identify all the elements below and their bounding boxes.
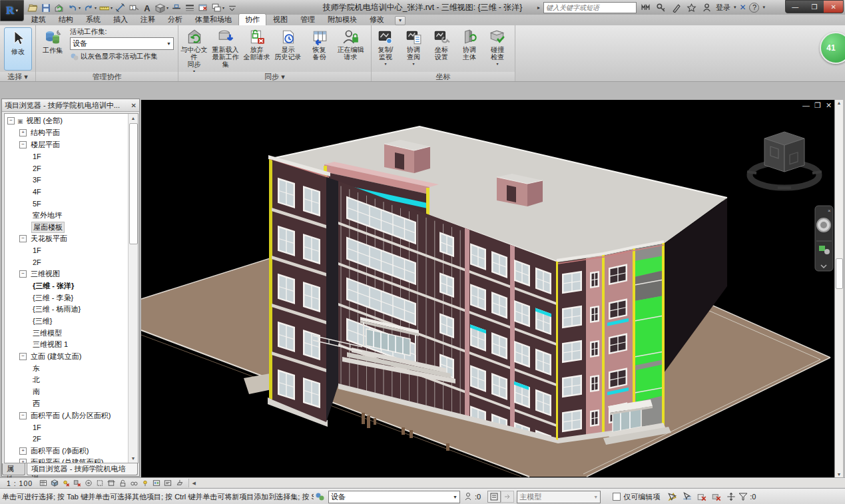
sync-button-1[interactable]: 重新载入最新工作集 (210, 27, 241, 75)
expand-icon[interactable]: + (19, 459, 27, 463)
coord-button-4[interactable]: 碰撞检查▾ (483, 27, 511, 68)
temporary-view-properties-icon[interactable] (162, 479, 173, 487)
sign-in-button[interactable]: 登录 (716, 3, 730, 13)
design-options-dialog-icon[interactable] (487, 491, 501, 503)
view-restore-icon[interactable]: ❐ (814, 101, 821, 110)
switch-windows-icon-caret[interactable]: ▾ (222, 5, 224, 10)
info-center[interactable]: ▸ 登录 ▾ ✕ ? ▾ (537, 1, 765, 13)
open-file-icon[interactable] (27, 2, 38, 13)
favorites-icon[interactable] (686, 2, 697, 13)
customize-qat-icon[interactable] (226, 2, 238, 13)
sun-path-off-icon[interactable] (61, 479, 71, 487)
visual-style-icon[interactable] (49, 479, 60, 487)
default-3d-view-icon-caret[interactable]: ▾ (166, 5, 168, 10)
redo-icon-caret[interactable]: ▾ (95, 5, 97, 10)
scroll-up-icon[interactable]: ▲ (129, 114, 138, 123)
displacement-icon[interactable] (174, 479, 184, 487)
sync-button-0[interactable]: 与中心文件同步▾ (178, 27, 210, 75)
measure-icon[interactable] (99, 2, 110, 13)
sync-button-5[interactable]: 正在编辑请求 (335, 27, 366, 75)
tree-item-21[interactable]: 东 (5, 362, 127, 374)
window-controls[interactable]: — ❐ ✕ (785, 0, 844, 13)
sync-central-icon[interactable] (53, 2, 65, 13)
view-window-controls[interactable]: — ❐ ✕ (802, 101, 832, 110)
view-close-icon[interactable]: ✕ (826, 101, 832, 110)
tab-0[interactable]: 建筑 (25, 14, 52, 25)
tab-2[interactable]: 系统 (80, 14, 107, 25)
tree-item-19[interactable]: 三维视图 1 (5, 339, 127, 351)
workset-status-combo[interactable]: 设备▼ (328, 491, 460, 503)
tree-item-14[interactable]: {三维 - 张洋} (5, 280, 127, 292)
tab-10[interactable]: 附加模块 (322, 14, 363, 25)
tree-item-23[interactable]: 南 (5, 386, 127, 398)
tree-item-1[interactable]: +结构平面 (5, 127, 127, 139)
reveal-hidden-icon[interactable] (140, 479, 150, 487)
app-menu-button[interactable]: R▾ (0, 0, 24, 21)
coord-button-3[interactable]: 协调主体 (455, 27, 483, 68)
select-by-face-off-icon[interactable] (710, 491, 722, 502)
canvas-horizontal-scrollbar[interactable]: ◀ (188, 479, 845, 487)
select-pinned-off-icon[interactable] (696, 491, 708, 502)
ribbon-tab-row[interactable]: 建筑结构系统插入注释分析体量和场地协作视图管理附加模块修改▾ (0, 15, 845, 25)
tree-item-27[interactable]: 2F (5, 433, 127, 445)
switch-windows-icon[interactable] (210, 2, 222, 13)
tree-item-10[interactable]: −天花板平面 (5, 233, 127, 245)
show-crop-icon[interactable] (106, 479, 117, 487)
tree-item-18[interactable]: 三维模型 (5, 327, 127, 339)
tree-item-28[interactable]: +面积平面 (净面积) (5, 445, 127, 457)
tab-5[interactable]: 分析 (162, 14, 188, 25)
unlocked-view-icon[interactable] (117, 479, 128, 487)
tree-item-11[interactable]: 1F (5, 245, 127, 257)
editable-only-checkbox[interactable] (613, 493, 621, 501)
tab-11[interactable]: 修改 (364, 14, 390, 25)
thin-lines-icon[interactable] (184, 2, 195, 13)
tab-9[interactable]: 管理 (294, 14, 321, 25)
active-workset-combo[interactable]: 设备▼ (70, 37, 174, 50)
tree-item-17[interactable]: {三维} (5, 316, 127, 328)
tree-item-0[interactable]: −▣视图 (全部) (5, 115, 127, 127)
aligned-dimension-icon[interactable] (115, 2, 126, 13)
building-model[interactable] (268, 126, 727, 476)
view-control-bar[interactable]: 1 : 100 ◀ (0, 477, 845, 488)
tree-item-7[interactable]: 5F (5, 198, 127, 210)
modify-button[interactable]: 修改 (4, 27, 32, 71)
collapse-icon[interactable]: − (19, 353, 27, 360)
section-icon[interactable] (170, 2, 182, 13)
measure-icon-caret[interactable]: ▾ (111, 5, 113, 10)
rendering-icon[interactable] (83, 479, 94, 487)
view-cube[interactable] (747, 132, 822, 188)
expand-icon[interactable]: + (19, 447, 27, 455)
close-button[interactable]: ✕ (824, 1, 843, 13)
view-minimize-icon[interactable]: — (802, 101, 810, 110)
crop-view-icon[interactable] (95, 479, 105, 487)
text-icon[interactable]: A (141, 2, 152, 13)
drag-on-selection-icon[interactable] (725, 491, 737, 502)
quick-access-toolbar[interactable]: ▾▾▾1A▾▾ (27, 1, 238, 14)
user-icon[interactable] (701, 2, 712, 13)
minimize-button[interactable]: — (786, 1, 805, 13)
coord-button-2[interactable]: 坐标设置 (427, 27, 455, 68)
select-underlay-icon[interactable] (681, 491, 693, 502)
select-links-icon[interactable] (667, 491, 679, 502)
sync-button-4[interactable]: 恢复备份 (304, 27, 335, 75)
tree-item-5[interactable]: 3F (5, 174, 127, 186)
detail-level-icon[interactable] (38, 479, 49, 487)
key-icon[interactable] (655, 2, 667, 13)
tree-item-24[interactable]: 西 (5, 398, 127, 410)
shadows-off-icon[interactable] (72, 479, 83, 487)
tree-item-9[interactable]: 屋面楼板 (5, 221, 127, 233)
sync-panel-label[interactable]: 同步 ▾ (178, 72, 371, 81)
project-browser-tree[interactable]: −▣视图 (全部)+结构平面−楼层平面1F2F3F4F5F室外地坪屋面楼板−天花… (4, 113, 139, 463)
coord-button-0[interactable]: 复制/监视▾ (372, 27, 400, 68)
sign-in-caret-icon[interactable]: ▾ (734, 5, 736, 10)
tab-6[interactable]: 体量和场地 (189, 14, 238, 25)
gray-inactive-worksets-button[interactable]: 以灰色显示非活动工作集 (70, 52, 174, 61)
ribbon-display-toggle[interactable]: ▾ (395, 16, 406, 25)
collapse-icon[interactable]: − (19, 412, 27, 419)
tab-7[interactable]: 协作 (238, 13, 266, 25)
properties-tab[interactable]: 属性 (2, 463, 25, 475)
scale-button[interactable]: 1 : 100 (0, 479, 38, 487)
scroll-down-icon[interactable]: ▼ (129, 454, 138, 463)
tree-item-3[interactable]: 1F (5, 150, 127, 162)
tree-item-29[interactable]: +面积平面 (总建筑面积) (5, 457, 127, 463)
